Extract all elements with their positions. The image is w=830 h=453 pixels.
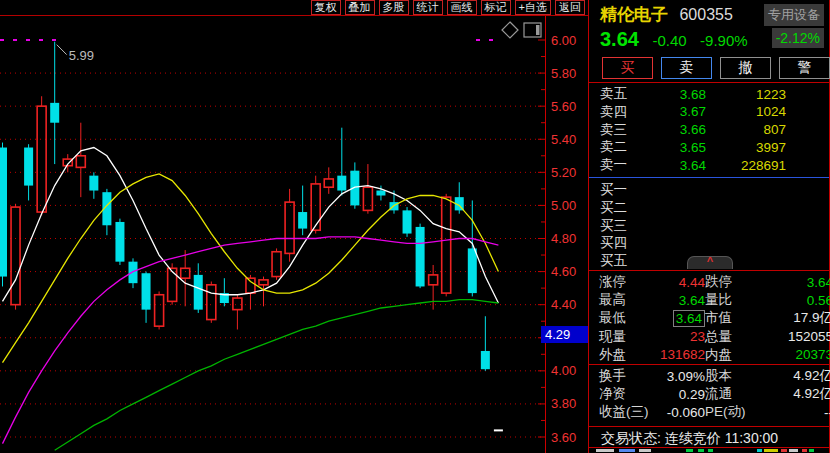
stock-header: 精伦电子 600355 专用设备	[600, 3, 827, 27]
stock-name: 精伦电子	[600, 5, 668, 24]
ask-row[interactable]: 卖一3.64228691	[589, 156, 829, 174]
ask-price: 3.67	[650, 104, 706, 119]
candle-down	[337, 176, 346, 191]
stats-grid-1: 涨停4.44跌停3.64最高3.64量比0.56最低3.64市值17.9亿现量2…	[589, 273, 829, 364]
candle-down	[24, 148, 33, 186]
trade-button-alert[interactable]: 警	[779, 57, 830, 79]
axis-price-tag-label: 4.29	[545, 327, 570, 342]
ask-label: 卖五	[600, 85, 650, 103]
bid-label: 买二	[600, 199, 650, 217]
bid-row[interactable]: 买三	[589, 217, 829, 235]
bid-row[interactable]: 买四	[589, 234, 829, 252]
price-change: -0.40	[652, 32, 686, 49]
industry-change-badge[interactable]: -2.12%	[772, 28, 824, 48]
app-window: 复权叠加多股统计画线标记+自选返回 6.005.805.605.405.205.…	[0, 0, 830, 453]
bid-row[interactable]: 买一	[589, 181, 829, 199]
ask-volume: 228691	[706, 158, 786, 173]
trade-button-cancel-order[interactable]: 撤	[720, 57, 771, 79]
ask-row[interactable]: 卖四3.671024	[589, 103, 829, 121]
toolbar-button-statistics[interactable]: 统计	[413, 0, 443, 15]
stat-value: 3.64	[655, 311, 705, 326]
candle-down	[403, 210, 412, 233]
toolbar-button-add-watchlist[interactable]: +自选	[515, 0, 551, 15]
ask-label: 卖四	[600, 103, 650, 121]
separator	[589, 82, 829, 83]
stat-label: 最高	[599, 291, 655, 309]
axis-label: 4.80	[551, 231, 576, 246]
bid-row[interactable]: 买二	[589, 199, 829, 217]
stats-row: 收益(三)-0.060PE(动)--	[589, 403, 829, 421]
axis-label: 5.20	[551, 165, 576, 180]
toolbar-button-draw-line[interactable]: 画线	[447, 0, 477, 15]
candle-up	[233, 298, 242, 310]
stat-value: 3.64	[655, 293, 705, 308]
row-fragment	[698, 449, 704, 452]
candle-up	[285, 202, 294, 253]
separator	[589, 364, 829, 365]
stats-row: 外盘131682内盘20373	[589, 346, 829, 364]
toolbar-button-overlay[interactable]: 叠加	[345, 0, 375, 15]
candle-up	[11, 207, 20, 305]
ask-price: 3.65	[650, 140, 706, 155]
stat-value: 3.64	[771, 275, 830, 290]
ask-volume: 1223	[706, 87, 786, 102]
candle-up	[155, 295, 164, 326]
kline-chart[interactable]: 6.005.805.605.405.205.004.804.604.404.20…	[0, 16, 588, 453]
toolbar-button-multi-stock[interactable]: 多股	[379, 0, 409, 15]
price-header: 3.64 -0.40 -9.90% -2.12%	[600, 28, 827, 52]
toolbar-button-adjust-rights[interactable]: 复权	[311, 0, 341, 15]
ask-row[interactable]: 卖五3.681223	[589, 85, 829, 103]
quote-panel: 精伦电子 600355 专用设备 3.64 -0.40 -9.90% -2.12…	[588, 0, 830, 453]
candle-up	[324, 179, 333, 187]
stats-row: 最低3.64市值17.9亿	[589, 309, 829, 327]
separator	[589, 426, 829, 427]
trade-button-sell[interactable]: 卖	[661, 57, 712, 79]
toolbar-button-back[interactable]: 返回	[555, 0, 585, 15]
stat-value: -0.060	[655, 405, 705, 420]
candle-down	[376, 191, 385, 196]
stat-label: 跌停	[705, 273, 771, 291]
collapse-handle[interactable]: ^	[687, 256, 733, 269]
stats-row: 现量23总量152055	[589, 328, 829, 346]
candle-up	[429, 275, 438, 285]
candle-down	[0, 148, 7, 277]
stats-row: 净资0.29流通4.92亿	[589, 385, 829, 403]
ask-price: 3.64	[650, 158, 706, 173]
trade-status: 交易状态: 连续竞价 11:30:00	[601, 430, 778, 448]
ask-price: 3.66	[650, 122, 706, 137]
candle-up	[37, 106, 46, 212]
axis-label: 5.80	[551, 66, 576, 81]
stat-label: 最低	[599, 309, 655, 327]
bid-label: 买三	[600, 217, 650, 235]
diamond-icon	[502, 22, 518, 38]
ask-label: 卖二	[600, 138, 650, 156]
chevron-up-icon: ^	[688, 257, 732, 265]
stat-value: 152055	[771, 329, 830, 344]
candle-down	[129, 262, 138, 284]
ask-volume: 3997	[706, 140, 786, 155]
axis-label: 5.00	[551, 198, 576, 213]
industry-badge[interactable]: 专用设备	[764, 4, 824, 26]
ask-price: 3.68	[650, 87, 706, 102]
row-fragment	[757, 449, 762, 452]
bid-label: 买四	[600, 234, 650, 252]
ask-row[interactable]: 卖三3.66807	[589, 121, 829, 139]
candle-up	[363, 187, 372, 210]
trade-button-buy[interactable]: 买	[602, 57, 653, 79]
stat-value: 3.09%	[655, 369, 705, 384]
stat-value: 0.56	[771, 293, 830, 308]
ask-volume: 1024	[706, 104, 786, 119]
axis-label: 4.00	[551, 363, 576, 378]
stat-label: 股本	[705, 367, 771, 385]
row-fragment	[619, 449, 635, 452]
axis-label: 5.40	[551, 132, 576, 147]
stat-label: 流通	[705, 385, 771, 403]
candle-up	[207, 285, 216, 320]
ask-label: 卖一	[600, 156, 650, 174]
row-fragment	[809, 449, 814, 452]
ask-row[interactable]: 卖二3.653997	[589, 138, 829, 156]
stat-value: 20373	[771, 347, 830, 362]
row-fragment	[789, 449, 798, 452]
toolbar-button-mark[interactable]: 标记	[481, 0, 511, 15]
candle-up	[76, 156, 85, 168]
